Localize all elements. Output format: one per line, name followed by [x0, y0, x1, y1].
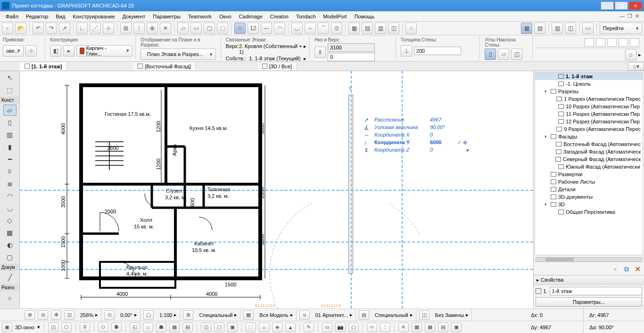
st6[interactable]: ◱	[130, 323, 140, 332]
st18[interactable]: ✎	[304, 323, 314, 332]
layer-combo-value[interactable]: Специальный	[199, 312, 232, 318]
penset-icon[interactable]: ▤	[359, 310, 369, 320]
st25[interactable]: ▩	[412, 323, 422, 332]
door-tool[interactable]: ▯	[3, 117, 17, 128]
grid3-button[interactable]: ⊕	[147, 23, 158, 34]
st19[interactable]: ▭	[322, 323, 332, 332]
st20[interactable]: 📷	[335, 323, 346, 332]
snap1-button[interactable]: ∟	[76, 23, 88, 34]
display-dropdown[interactable]: План Этажа и Разрез...	[140, 49, 216, 60]
arc4-button[interactable]: ⊙	[331, 23, 342, 34]
beam-tool[interactable]: ━	[3, 154, 17, 165]
nav-item[interactable]: 11 Разрез (Автоматически Пер	[535, 110, 643, 118]
st5[interactable]: ⚉	[111, 323, 122, 332]
close-button[interactable]: ✕	[629, 1, 642, 10]
layer3-button[interactable]: ▥	[375, 23, 386, 34]
menu-tondach[interactable]: Tondach	[292, 13, 320, 20]
minimize-button[interactable]: —	[601, 1, 614, 10]
model-view-icon[interactable]: ▦	[243, 310, 254, 320]
plane4-button[interactable]: ⬚	[217, 23, 228, 34]
bot-input[interactable]	[328, 53, 375, 61]
3d-window-label[interactable]: 3D-окно	[15, 325, 34, 330]
nav-item[interactable]: ▾3D	[535, 201, 643, 208]
grid1-button[interactable]: ⊞	[120, 23, 132, 34]
stair-tool[interactable]: ≣	[3, 178, 17, 189]
marquee-tool[interactable]: ⬚	[3, 84, 17, 96]
plane2-button[interactable]: ▭	[190, 23, 202, 34]
angle3-button[interactable]: ◫	[511, 49, 522, 60]
properties-header[interactable]: ▸ Свойства	[534, 276, 644, 285]
st13[interactable]: ▣	[227, 323, 238, 332]
line-tool[interactable]: ╱	[3, 272, 17, 283]
snap-extra-button[interactable]: ⊹	[25, 45, 37, 57]
dim12-button[interactable]: 12	[248, 23, 259, 34]
grid4-button[interactable]: ✕	[160, 23, 171, 34]
goto-dropdown[interactable]: Перейти	[600, 23, 642, 34]
mdi-minimize-icon[interactable]: —	[619, 13, 625, 19]
arc2-button[interactable]: ⌢	[305, 23, 316, 34]
st1[interactable]: ◫	[48, 323, 58, 332]
penset-value[interactable]: Специальный	[375, 312, 408, 318]
snap2-button[interactable]: ⋰	[90, 23, 101, 34]
model-view-value[interactable]: Вся Модель	[259, 312, 288, 318]
scale-value[interactable]: 1:100	[159, 312, 173, 318]
nav-item[interactable]: Западный Фасад (Автоматическ	[535, 148, 643, 155]
tree-scrollbar[interactable]	[536, 257, 642, 262]
guideline-button[interactable]: ⊹	[234, 23, 246, 34]
ruler-button[interactable]: —	[261, 23, 272, 34]
snap-dropdown[interactable]: ове...	[3, 45, 24, 57]
nav-icon5[interactable]	[630, 38, 639, 47]
roof-tool[interactable]: ◠	[3, 190, 17, 202]
nav-new-view-icon[interactable]: ▫	[611, 265, 619, 273]
mdi-close-icon[interactable]: ✕	[635, 13, 639, 19]
shell-tool[interactable]: ◡	[3, 203, 17, 214]
menu-help[interactable]: Помощь	[351, 13, 379, 20]
navigator-tree[interactable]: 1. 1-й этаж-1. Цоколь▾Разрезы1 Разрез (А…	[535, 72, 643, 255]
material-dropdown[interactable]: Кирпич - Глин...	[76, 45, 132, 57]
nav-item[interactable]: 10 Разрез (Автоматически Пер	[535, 103, 643, 110]
menu-creaton[interactable]: Creaton	[266, 13, 292, 20]
nav-clone-icon[interactable]: ⧉	[622, 265, 631, 273]
maximize-button[interactable]: ❐	[615, 1, 628, 10]
chevron-right-icon[interactable]: ▸	[638, 52, 641, 58]
renovation-value[interactable]: 01 Архитект...	[315, 312, 348, 318]
plane1-button[interactable]: ▱	[177, 23, 189, 34]
scale-button[interactable]: ▢	[143, 310, 154, 320]
parameters-button[interactable]: Параметры...	[536, 297, 642, 307]
st23[interactable]: ⋮	[380, 323, 390, 332]
layer4-button[interactable]: ◫	[388, 23, 399, 34]
nav-item[interactable]: Рабочие Листы	[535, 178, 643, 186]
angle2-button[interactable]: ▱	[498, 49, 509, 60]
nav-item[interactable]: Северный Фасад (Автоматическ	[535, 155, 643, 163]
pan-button[interactable]: ✥	[51, 310, 61, 320]
lamp-tool[interactable]: ☼	[3, 292, 17, 303]
arc1-button[interactable]: ◡	[291, 23, 303, 34]
layer1-button[interactable]: ▦	[348, 23, 360, 34]
override-icon[interactable]: ◫	[419, 310, 429, 320]
tab-nav-button[interactable]: ⌂▾	[628, 62, 644, 71]
nav-item[interactable]: Развертки	[535, 171, 643, 178]
layer2-button[interactable]: ▤	[362, 23, 373, 34]
teamwork-button[interactable]: ⛬	[405, 23, 417, 34]
nav-item[interactable]: Общая Перспектива	[535, 208, 643, 216]
column-tool[interactable]: ▮	[3, 141, 17, 153]
zoom-value[interactable]: 256%	[80, 312, 93, 318]
menu-cadimage[interactable]: Cadimage	[235, 13, 266, 20]
st16[interactable]: ◈	[272, 323, 282, 332]
menu-window[interactable]: Окно	[215, 13, 235, 20]
renovation-icon[interactable]: ⊍	[299, 310, 310, 320]
curtainwall-tool[interactable]: ▦	[3, 227, 17, 238]
view3-button[interactable]: ▥	[552, 23, 563, 34]
nav-item[interactable]: 1 Разрез (Автоматически Перес	[535, 95, 643, 103]
st14[interactable]: ⬚	[246, 323, 256, 332]
st28[interactable]: ▣	[451, 323, 462, 332]
zoom-in-button[interactable]: ⊕	[25, 310, 35, 320]
nav-item[interactable]: ▾Фасады	[535, 133, 643, 140]
object-tool[interactable]: ▢	[3, 252, 17, 263]
st9[interactable]: ▦	[169, 323, 180, 332]
tab-floorplan[interactable]: [1. 1-й этаж]	[20, 63, 67, 70]
menu-teamwork[interactable]: Teamwork	[184, 13, 215, 20]
st2[interactable]: ⬠	[61, 323, 72, 332]
layer-combo-icon[interactable]: ≣	[183, 310, 193, 320]
snap3-button[interactable]: ⊹	[103, 23, 114, 34]
